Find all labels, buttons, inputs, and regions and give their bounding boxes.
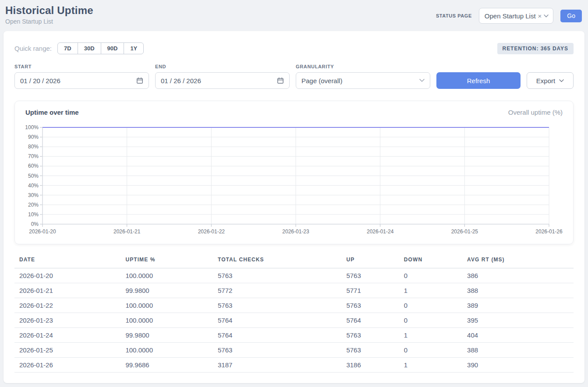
table-cell: 0 xyxy=(399,313,462,328)
table-cell: 3187 xyxy=(213,358,341,373)
table-cell: 0 xyxy=(399,298,462,313)
table-cell: 5764 xyxy=(213,328,341,343)
table-cell: 2026-01-21 xyxy=(14,283,120,298)
table-cell: 5771 xyxy=(341,283,399,298)
calendar-icon[interactable] xyxy=(136,77,143,84)
table-cell: 389 xyxy=(462,298,574,313)
quick-range-label: Quick range: xyxy=(14,45,52,52)
start-date-field-wrap: START 01 / 20 / 2026 xyxy=(14,64,149,89)
export-button[interactable]: Export xyxy=(527,72,574,89)
status-page-controls: STATUS PAGE Open Startup List × Go xyxy=(436,8,582,24)
svg-text:70%: 70% xyxy=(28,153,39,159)
granularity-select[interactable]: Page (overall) xyxy=(296,72,430,89)
table-cell: 5763 xyxy=(341,328,399,343)
svg-text:2026-01-22: 2026-01-22 xyxy=(198,229,225,235)
refresh-button[interactable]: Refresh xyxy=(436,72,521,89)
topbar: Historical Uptime Open Startup List STAT… xyxy=(0,0,588,25)
table-cell: 2026-01-23 xyxy=(14,313,120,328)
table-cell: 1 xyxy=(399,328,462,343)
table-cell: 2026-01-26 xyxy=(14,358,120,373)
table-cell: 2026-01-25 xyxy=(14,343,120,358)
chevron-down-icon xyxy=(559,79,564,82)
status-page-select-value: Open Startup List xyxy=(485,12,536,20)
table-cell: 5763 xyxy=(341,298,399,313)
end-date-input[interactable]: 01 / 26 / 2026 xyxy=(155,72,290,89)
table-cell: 100.0000 xyxy=(120,343,213,358)
uptime-table: DATE UPTIME % TOTAL CHECKS UP DOWN AVG R… xyxy=(14,256,574,373)
table-cell: 5772 xyxy=(213,283,341,298)
page-title: Historical Uptime xyxy=(5,4,93,17)
quick-range-row: Quick range: 7D 30D 90D 1Y RETENTION: 36… xyxy=(14,42,574,54)
svg-text:90%: 90% xyxy=(28,134,39,140)
uptime-chart: 0%10%20%30%40%50%60%70%80%90%100%2026-01… xyxy=(25,122,563,236)
granularity-value: Page (overall) xyxy=(301,77,342,84)
uptime-chart-card: Uptime over time Overall uptime (%) 0%10… xyxy=(14,101,574,244)
col-up: UP xyxy=(341,256,399,268)
table-cell: 386 xyxy=(462,268,574,283)
start-date-input[interactable]: 01 / 20 / 2026 xyxy=(14,72,149,89)
table-cell: 5763 xyxy=(213,268,341,283)
start-label: START xyxy=(14,64,149,69)
go-button[interactable]: Go xyxy=(560,10,582,22)
table-row: 2026-01-2199.9800577257711388 xyxy=(14,283,574,298)
quick-range-group: 7D 30D 90D 1Y xyxy=(57,42,144,54)
table-cell: 5763 xyxy=(341,343,399,358)
svg-text:2026-01-26: 2026-01-26 xyxy=(535,229,563,235)
calendar-icon[interactable] xyxy=(277,77,284,84)
table-header-row: DATE UPTIME % TOTAL CHECKS UP DOWN AVG R… xyxy=(14,256,574,268)
granularity-label: GRANULARITY xyxy=(296,64,430,69)
uptime-table-body: 2026-01-20100.00005763576303862026-01-21… xyxy=(14,268,574,373)
export-button-label: Export xyxy=(536,77,555,84)
svg-text:40%: 40% xyxy=(28,183,39,189)
svg-text:10%: 10% xyxy=(28,211,39,218)
chevron-down-icon xyxy=(419,79,425,82)
table-cell: 0 xyxy=(399,268,462,283)
end-label: END xyxy=(155,64,290,69)
table-cell: 2026-01-24 xyxy=(14,328,120,343)
page-subtitle: Open Startup List xyxy=(5,18,93,25)
table-cell: 100.0000 xyxy=(120,268,213,283)
chart-legend: Overall uptime (%) xyxy=(508,109,563,116)
table-cell: 1 xyxy=(399,283,462,298)
table-cell: 5763 xyxy=(213,343,341,358)
col-uptime: UPTIME % xyxy=(120,256,213,268)
quick-range-30d-button[interactable]: 30D xyxy=(78,42,101,54)
granularity-field-wrap: GRANULARITY Page (overall) xyxy=(296,64,430,89)
table-cell: 100.0000 xyxy=(120,313,213,328)
table-row: 2026-01-22100.0000576357630389 xyxy=(14,298,574,313)
table-cell: 390 xyxy=(462,358,574,373)
table-cell: 99.9800 xyxy=(120,328,213,343)
table-cell: 395 xyxy=(462,313,574,328)
quick-range-1y-button[interactable]: 1Y xyxy=(124,42,144,54)
svg-text:50%: 50% xyxy=(28,173,39,179)
title-block: Historical Uptime Open Startup List xyxy=(5,4,93,25)
table-cell: 3186 xyxy=(341,358,399,373)
svg-text:2026-01-25: 2026-01-25 xyxy=(451,229,478,235)
svg-text:0%: 0% xyxy=(31,221,39,227)
table-cell: 100.0000 xyxy=(120,298,213,313)
clear-icon[interactable]: × xyxy=(538,12,542,20)
table-cell: 0 xyxy=(399,343,462,358)
quick-range-7d-button[interactable]: 7D xyxy=(57,42,78,54)
table-row: 2026-01-20100.0000576357630386 xyxy=(14,268,574,283)
svg-text:2026-01-21: 2026-01-21 xyxy=(113,229,141,235)
table-cell: 5764 xyxy=(213,313,341,328)
end-date-field-wrap: END 01 / 26 / 2026 xyxy=(155,64,290,89)
chart-title: Uptime over time xyxy=(25,109,79,116)
svg-text:2026-01-24: 2026-01-24 xyxy=(367,229,394,235)
main-card: Quick range: 7D 30D 90D 1Y RETENTION: 36… xyxy=(4,31,584,383)
table-row: 2026-01-23100.0000576457640395 xyxy=(14,313,574,328)
table-cell: 99.9800 xyxy=(120,283,213,298)
svg-text:30%: 30% xyxy=(28,192,39,198)
filters-row: START 01 / 20 / 2026 END 01 / 26 / 2026 … xyxy=(14,64,574,89)
end-date-value: 01 / 26 / 2026 xyxy=(161,77,201,84)
svg-text:80%: 80% xyxy=(28,144,39,150)
table-cell: 5763 xyxy=(213,298,341,313)
retention-badge: RETENTION: 365 DAYS xyxy=(497,43,574,54)
table-cell: 404 xyxy=(462,328,574,343)
status-page-select[interactable]: Open Startup List × xyxy=(479,8,554,24)
start-date-value: 01 / 20 / 2026 xyxy=(20,77,60,84)
table-cell: 5764 xyxy=(341,313,399,328)
table-cell: 2026-01-22 xyxy=(14,298,120,313)
quick-range-90d-button[interactable]: 90D xyxy=(101,42,124,54)
